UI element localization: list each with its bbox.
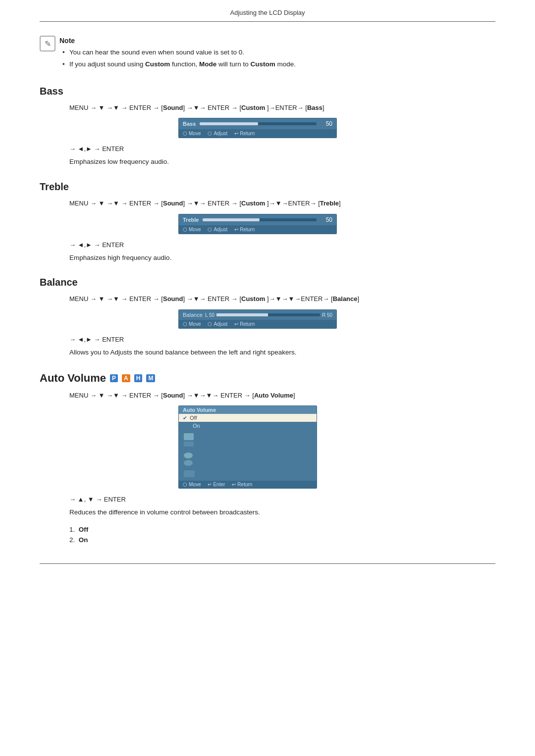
badge-h: H bbox=[134, 374, 143, 382]
balance-ui-mockup: Balance L 50 R 50 Move Adjust Return bbox=[178, 309, 337, 329]
return-icon-av bbox=[232, 482, 236, 487]
av-footer-return: Return bbox=[232, 482, 252, 487]
treble-footer-move: Move bbox=[183, 227, 201, 232]
adjust-icon bbox=[208, 131, 212, 136]
treble-ui-label: Treble bbox=[183, 217, 199, 223]
move-icon-treble bbox=[183, 227, 187, 232]
av-off-label: Off bbox=[190, 415, 197, 421]
auto-volume-menu-path: MENU → ▼ →▼ → ENTER → [Sound] →▼→▼→ ENTE… bbox=[69, 391, 495, 401]
treble-slider-value: 50 bbox=[321, 216, 332, 223]
note-section: ✎ Note You can hear the sound even when … bbox=[40, 37, 495, 72]
treble-footer-adjust: Adjust bbox=[208, 227, 227, 232]
treble-slider-track bbox=[203, 218, 317, 221]
note-label: Note bbox=[59, 37, 296, 45]
av-on-label: On bbox=[193, 423, 200, 429]
treble-description: Emphasizes high frequency audio. bbox=[69, 252, 495, 263]
bass-footer-adjust: Adjust bbox=[208, 131, 227, 136]
bass-title: Bass bbox=[40, 86, 495, 97]
av-menu-item-off[interactable]: ✔ Off bbox=[179, 414, 317, 422]
bass-slider-row: Bass 50 bbox=[179, 118, 336, 129]
list-item-1-label: Off bbox=[79, 526, 89, 533]
badge-m: M bbox=[146, 374, 155, 382]
av-footer: Move Enter Return bbox=[179, 481, 317, 488]
av-icons bbox=[179, 430, 317, 481]
balance-left-label: L 50 bbox=[205, 312, 214, 318]
auto-volume-title: Auto Volume P A H M bbox=[40, 372, 495, 385]
list-item-2-label: On bbox=[79, 536, 88, 544]
auto-volume-nav: → ▲, ▼ → ENTER bbox=[69, 496, 495, 503]
balance-footer-move: Move bbox=[183, 321, 201, 327]
balance-footer-return: Return bbox=[234, 321, 255, 327]
bass-slider-value: 50 bbox=[321, 120, 332, 127]
treble-nav: → ◄,► → ENTER bbox=[69, 241, 495, 249]
auto-volume-ui-mockup: Auto Volume ✔ Off On bbox=[178, 405, 317, 489]
treble-footer: Move Adjust Return bbox=[179, 225, 336, 234]
note-icon: ✎ bbox=[40, 36, 55, 51]
enter-icon-av bbox=[208, 482, 212, 487]
adjust-icon-balance bbox=[208, 321, 212, 327]
balance-menu-path: MENU → ▼ →▼ → ENTER → [Sound] →▼→ ENTER … bbox=[69, 294, 495, 304]
list-item-1: 1. Off bbox=[69, 526, 495, 533]
page-header: Adjusting the LCD Display bbox=[40, 0, 495, 22]
bass-description: Emphasizes low frequency audio. bbox=[69, 156, 495, 167]
balance-slider-row: Balance L 50 R 50 bbox=[179, 310, 336, 320]
note-content: Note You can hear the sound even when so… bbox=[59, 37, 296, 72]
balance-title: Balance bbox=[40, 277, 495, 288]
balance-footer: Move Adjust Return bbox=[179, 320, 336, 328]
treble-slider-row: Treble 50 bbox=[179, 214, 336, 225]
balance-ui-label: Balance bbox=[183, 312, 205, 318]
bass-footer-return: Return bbox=[234, 131, 255, 136]
list-item-2: 2. On bbox=[69, 536, 495, 544]
bass-ui-mockup: Bass 50 Move Adjust Return bbox=[178, 118, 337, 138]
av-menu-item-on[interactable]: On bbox=[179, 422, 317, 430]
balance-nav: → ◄,► → ENTER bbox=[69, 336, 495, 343]
return-icon bbox=[234, 131, 238, 136]
treble-title: Treble bbox=[40, 181, 495, 193]
av-footer-move: Move bbox=[183, 482, 201, 487]
move-icon-av bbox=[183, 482, 187, 487]
treble-footer-return: Return bbox=[234, 227, 255, 232]
bass-footer-move: Move bbox=[183, 131, 201, 136]
bass-nav: → ◄,► → ENTER bbox=[69, 145, 495, 152]
bass-menu-path: MENU → ▼ →▼ → ENTER → [Sound] →▼→ ENTER … bbox=[69, 103, 495, 113]
note-list: You can hear the sound even when sound v… bbox=[59, 48, 296, 70]
note-item-1: You can hear the sound even when sound v… bbox=[59, 48, 296, 57]
move-icon-balance bbox=[183, 321, 187, 327]
badge-a: A bbox=[122, 374, 130, 382]
bass-ui-label: Bass bbox=[183, 121, 196, 127]
return-icon-balance bbox=[234, 321, 238, 327]
auto-volume-list: 1. Off 2. On bbox=[69, 526, 495, 544]
balance-track bbox=[216, 313, 320, 316]
av-footer-enter: Enter bbox=[208, 482, 225, 487]
av-check-icon: ✔ bbox=[183, 415, 187, 421]
bass-slider-track bbox=[200, 122, 317, 125]
move-icon bbox=[183, 131, 187, 136]
auto-volume-description: Reduces the difference in volume control… bbox=[69, 507, 495, 518]
treble-menu-path: MENU → ▼ →▼ → ENTER → [Sound] →▼→ ENTER … bbox=[69, 199, 495, 209]
treble-ui-mockup: Treble 50 Move Adjust Return bbox=[178, 214, 337, 234]
bottom-rule bbox=[40, 563, 495, 564]
adjust-icon-treble bbox=[208, 227, 212, 232]
balance-description: Allows you to Adjusts the sound balance … bbox=[69, 347, 495, 358]
av-mockup-header: Auto Volume bbox=[179, 406, 317, 414]
balance-footer-adjust: Adjust bbox=[208, 321, 227, 327]
note-item-2: If you adjust sound using Custom functio… bbox=[59, 59, 296, 69]
page-title: Adjusting the LCD Display bbox=[230, 9, 305, 16]
bass-footer: Move Adjust Return bbox=[179, 129, 336, 138]
badge-p: P bbox=[110, 374, 118, 382]
balance-right-label: R 50 bbox=[322, 312, 332, 318]
return-icon-treble bbox=[234, 227, 238, 232]
